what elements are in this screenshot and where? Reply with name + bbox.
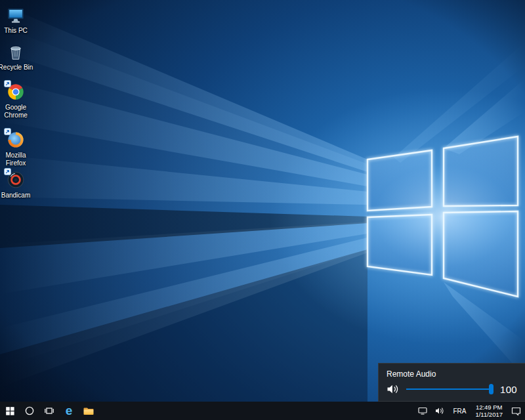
- google-chrome-icon: [6, 82, 26, 102]
- recycle-bin-icon: [6, 42, 26, 62]
- action-center-icon: [511, 406, 522, 416]
- windows-logo-icon: [5, 406, 15, 416]
- cortana-circle-icon: [24, 406, 35, 416]
- taskbar-clock[interactable]: 12:49 PM 1/11/2017: [471, 402, 507, 420]
- desktop-icon-mozilla-firefox[interactable]: Mozilla Firefox: [0, 129, 33, 167]
- desktop-icon-google-chrome[interactable]: Google Chrome: [0, 81, 33, 119]
- mute-toggle-button[interactable]: [385, 382, 401, 396]
- speaker-icon: [386, 383, 400, 396]
- icon-label: Bandicam: [0, 192, 33, 200]
- shortcut-arrow-icon: [4, 168, 11, 175]
- taskbar-empty-area: [98, 402, 414, 420]
- task-view-icon: [44, 406, 54, 416]
- icon-label: This PC: [0, 27, 33, 35]
- icon-label: Recycle Bin: [0, 64, 33, 72]
- windows-desktop: This PC Recycle Bin: [0, 0, 525, 420]
- slider-fill: [406, 388, 491, 390]
- mozilla-firefox-icon: [6, 130, 26, 150]
- start-button[interactable]: [0, 402, 20, 420]
- language-indicator[interactable]: FRA: [448, 402, 471, 420]
- desktop-icon-this-pc[interactable]: This PC: [0, 5, 33, 35]
- slider-track: [406, 388, 491, 390]
- bandicam-icon: [6, 170, 26, 190]
- clock-time: 12:49 PM: [475, 404, 503, 411]
- action-center-button[interactable]: [507, 402, 525, 420]
- slider-thumb[interactable]: [489, 384, 494, 394]
- this-pc-icon: [6, 5, 26, 25]
- task-view-button[interactable]: [39, 402, 59, 420]
- shortcut-arrow-icon: [4, 80, 11, 87]
- clock-date: 1/11/2017: [475, 411, 503, 418]
- edge-logo-icon: e: [66, 404, 73, 417]
- icon-label: Google Chrome: [0, 104, 33, 119]
- shortcut-arrow-icon: [4, 128, 11, 135]
- volume-value: 100: [499, 384, 517, 395]
- network-icon: [417, 406, 428, 415]
- system-tray: FRA 12:49 PM 1/11/2017: [414, 402, 525, 420]
- cortana-search-button[interactable]: [20, 402, 39, 420]
- network-tray-button[interactable]: [414, 402, 431, 420]
- desktop-icon-recycle-bin[interactable]: Recycle Bin: [0, 42, 33, 72]
- file-explorer-button[interactable]: [79, 402, 98, 420]
- volume-slider[interactable]: [406, 383, 494, 396]
- speaker-tray-icon: [434, 406, 445, 415]
- desktop-icon-bandicam[interactable]: Bandicam: [0, 169, 33, 200]
- volume-tray-button[interactable]: [431, 402, 448, 420]
- taskbar: e: [0, 402, 525, 420]
- volume-flyout: Remote Audio 100: [378, 363, 525, 402]
- edge-button[interactable]: e: [59, 402, 79, 420]
- icon-label: Mozilla Firefox: [0, 152, 33, 167]
- wallpaper-windows-hero[interactable]: [0, 0, 525, 402]
- volume-device-name: Remote Audio: [379, 364, 525, 379]
- file-explorer-folder-icon: [83, 406, 94, 416]
